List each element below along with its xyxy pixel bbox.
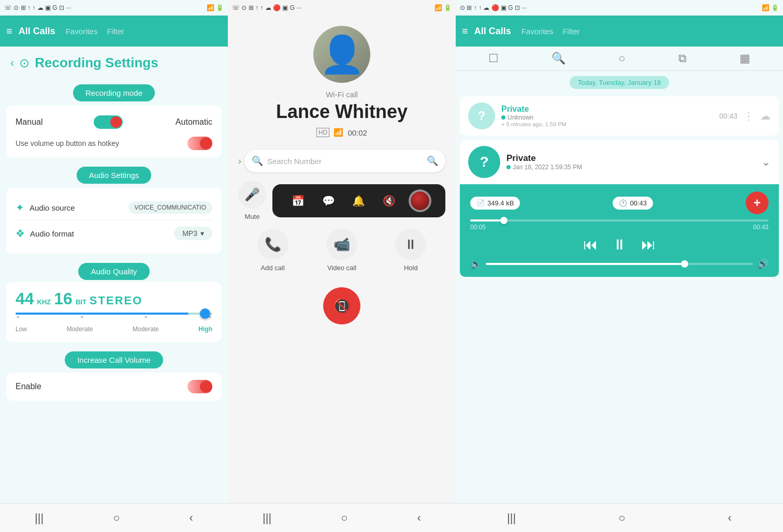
hd-icon: HD	[316, 128, 329, 137]
duration-chip: 🕐 00:43	[613, 197, 653, 210]
status-icons-left-2: ☏ ⊙ ⊞ ↑ ↑ ☁ 🔴 ▣ G ···	[232, 4, 301, 11]
quality-section: 44 KHZ 16 BIT STEREO Low	[6, 282, 222, 342]
caller-name: Lance Whitney	[276, 101, 408, 123]
add-call-icon: 📞	[257, 229, 288, 260]
tab-favorites-1[interactable]: Favorites	[66, 27, 98, 36]
label-low: Low	[16, 326, 27, 333]
tab-filter-3[interactable]: Filter	[562, 27, 579, 36]
nav-back-3[interactable]: ‹	[728, 511, 732, 525]
manual-label: Manual	[16, 117, 42, 127]
chat-toolbar-btn[interactable]: 💬	[317, 189, 340, 212]
nav-home-2[interactable]: ○	[341, 511, 347, 525]
audio-format-label: Audio format	[30, 229, 74, 238]
audio-format-row: ❖ Audio format MP3 ▾	[16, 220, 212, 246]
tab-favorites-3[interactable]: Favorites	[521, 27, 554, 36]
manual-auto-toggle[interactable]	[94, 115, 125, 129]
volume-thumb[interactable]	[681, 260, 688, 268]
filter-icons-row: ☐ 🔍 ○ ⧉ ▦	[456, 47, 783, 71]
khz-value: 44	[16, 289, 34, 308]
mic-off-icon: 🎤	[244, 187, 260, 202]
call-main: 👤 Wi-Fi call Lance Whitney HD 📶 00:02 › …	[228, 16, 456, 503]
video-call-icon: 📹	[326, 229, 357, 260]
pause-button[interactable]: ⏸	[612, 236, 627, 253]
cloud-icon: ☁	[760, 110, 771, 122]
search-icon: 🔍	[252, 155, 263, 167]
call-item-name: Private	[501, 105, 713, 114]
audio-format-value: MP3	[182, 229, 197, 238]
audio-quality-chip-container: Audio Quality	[0, 258, 228, 280]
forward-button[interactable]: ⏭	[641, 236, 656, 253]
calendar-toolbar-btn[interactable]: 📅	[286, 189, 309, 212]
label-moderate-2: Moderate	[133, 326, 159, 333]
nav-home-3[interactable]: ○	[618, 511, 625, 525]
audio-settings-chip-container: Audio Settings	[0, 161, 228, 184]
chat-icon: 💬	[322, 195, 335, 207]
signal-icons-2: 📶 🔋	[434, 4, 452, 11]
call-duration: 00:02	[347, 128, 367, 137]
video-call-btn[interactable]: 📹 Video call	[326, 229, 357, 272]
progress-row	[470, 219, 769, 221]
increase-call-volume-chip-container: Increase Call Volume	[0, 346, 228, 368]
progress-bar[interactable]	[470, 219, 769, 221]
quality-slider-track	[16, 313, 212, 315]
avatar-face: 👤	[320, 33, 365, 76]
call-bottom-actions: 📞 Add call 📹 Video call ⏸ Hold	[228, 229, 456, 272]
hotkey-toggle[interactable]	[187, 137, 212, 150]
search-box[interactable]: 🔍 Search Number 🔍	[244, 150, 445, 172]
nav-home-1[interactable]: ○	[113, 511, 120, 525]
date-chip-container: Today, Tuesday, January 18	[456, 71, 783, 94]
tab-filter-1[interactable]: Filter	[107, 27, 124, 36]
call-list-item[interactable]: ? Private Unknown + 0 minutes ago, 1:59 …	[460, 96, 779, 136]
nav-back-1[interactable]: ‹	[190, 511, 193, 525]
mute-button[interactable]: 🎤 Mute	[238, 181, 266, 220]
player-time-text: Jan 18, 2022 1:59:35 PM	[513, 164, 582, 171]
calendar-icon: 📅	[292, 195, 304, 207]
nav-back-2[interactable]: ‹	[417, 511, 421, 525]
add-recording-button[interactable]: +	[746, 191, 769, 214]
automatic-label: Automatic	[176, 117, 212, 127]
progress-thumb[interactable]	[500, 217, 508, 224]
back-arrow[interactable]: ‹	[10, 56, 14, 70]
bell-toolbar-btn[interactable]: 🔔	[347, 189, 370, 212]
topbar-title-1: All Calls	[19, 26, 55, 37]
circle-icon[interactable]: ○	[618, 52, 625, 65]
player-header: ? Private Jan 18, 2022 1:59:35 PM ⌄	[460, 140, 779, 184]
quality-slider-container: Low Moderate Moderate High	[16, 313, 212, 333]
nav-menu-2[interactable]: |||	[263, 511, 271, 525]
search-chevron-icon[interactable]: ›	[238, 156, 241, 167]
time-current: 00:05	[470, 224, 486, 231]
add-call-btn[interactable]: 📞 Add call	[257, 229, 288, 272]
menu-icon-3[interactable]: ≡	[462, 25, 468, 37]
player-info: Private Jan 18, 2022 1:59:35 PM	[506, 153, 755, 171]
rewind-button[interactable]: ⏮	[583, 236, 598, 253]
topbar-tabs-1: Favorites Filter	[66, 27, 124, 36]
quality-slider-thumb[interactable]	[200, 308, 210, 319]
nav-menu-3[interactable]: |||	[507, 511, 516, 525]
hotkey-label: Use volume up button as hotkey	[16, 139, 119, 147]
audio-format-dropdown[interactable]: MP3 ▾	[174, 227, 212, 240]
status-dot	[501, 115, 505, 120]
audio-format-left: ❖ Audio format	[16, 227, 74, 240]
player-name: Private	[506, 153, 755, 164]
playback-buttons: ⏮ ⏸ ⏭	[470, 236, 769, 253]
call-item-info: Private Unknown + 0 minutes ago, 1:59 PM	[501, 105, 713, 127]
hold-btn[interactable]: ⏸ Hold	[395, 229, 426, 272]
nav-menu-1[interactable]: |||	[35, 511, 44, 525]
audio-source-value[interactable]: VOICE_COMMUNICATIO	[128, 201, 212, 214]
enable-card: Enable	[6, 373, 222, 401]
search-filter-icon[interactable]: 🔍	[552, 52, 566, 65]
menu-icon[interactable]: ≡	[6, 25, 12, 37]
end-call-button[interactable]: 📵	[323, 287, 360, 324]
copy-icon[interactable]: ⧉	[678, 52, 687, 65]
mute-toolbar-btn[interactable]: 🔇	[378, 189, 401, 212]
panel-call-log: ⊙ ⊞ ↑ ↑ ☁ 🔴 ▣ G ⊡ ··· 📶 🔋 ≡ All Calls Fa…	[456, 0, 783, 532]
checkbox-icon[interactable]: ☐	[488, 52, 499, 65]
chart-icon[interactable]: ▦	[740, 52, 750, 65]
volume-bar[interactable]	[486, 263, 753, 265]
chevron-down-icon[interactable]: ⌄	[761, 155, 771, 169]
record-circle	[410, 190, 430, 211]
clock-icon: 🕐	[619, 199, 627, 207]
more-options-icon[interactable]: ⋮	[744, 110, 754, 122]
record-toolbar-btn[interactable]	[409, 189, 431, 212]
enable-toggle[interactable]	[187, 380, 212, 393]
